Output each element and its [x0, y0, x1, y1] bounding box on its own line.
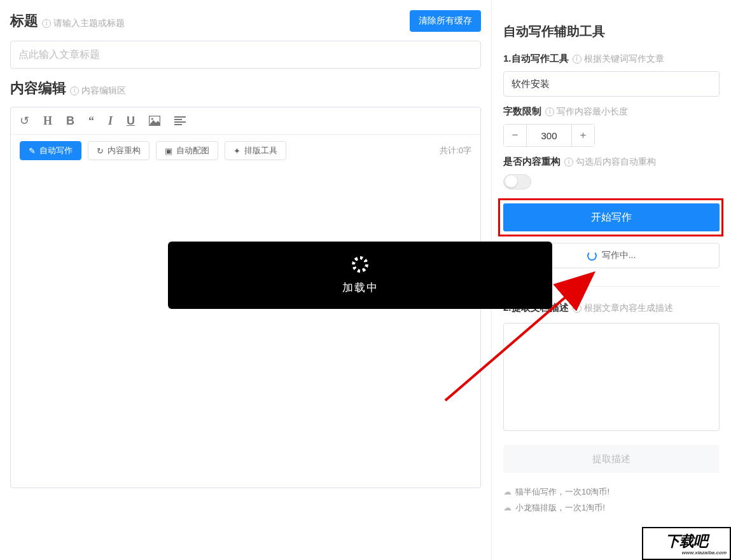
undo-icon[interactable]: ↺	[20, 114, 29, 128]
start-write-button[interactable]: 开始写作	[503, 203, 720, 231]
content-heading: 内容编辑	[10, 79, 66, 98]
info-icon: i	[42, 19, 51, 28]
bold-icon[interactable]: B	[66, 114, 74, 128]
info-icon: i	[70, 86, 79, 95]
stepper-value-input[interactable]	[527, 125, 571, 146]
loading-spinner-icon	[587, 251, 597, 261]
article-title-input[interactable]	[10, 41, 481, 69]
title-hint: i 请输入主题或标题	[42, 18, 125, 29]
format-toolbar: ↺ H B “ I U	[11, 107, 480, 135]
layout-tool-button[interactable]: ✦ 排版工具	[225, 141, 286, 160]
spinner-icon	[352, 256, 368, 273]
refresh-icon: ↻	[97, 146, 104, 156]
wordlimit-label: 字数限制	[503, 106, 541, 118]
info-icon: i	[545, 107, 554, 116]
tips-block: ☁猫半仙写作，一次10淘币! ☁小龙猫排版，一次1淘币!	[503, 484, 720, 516]
tool-icon: ✦	[233, 146, 240, 156]
word-count: 共计:0字	[440, 145, 471, 156]
quantity-stepper: − +	[503, 124, 595, 147]
extract-description-button[interactable]: 提取描述	[503, 445, 720, 473]
sec1-label: 1.自动写作工具	[503, 53, 569, 65]
auto-image-button[interactable]: ▣ 自动配图	[156, 141, 218, 160]
image-small-icon: ▣	[165, 146, 172, 156]
keyword-input[interactable]	[503, 71, 720, 97]
align-icon[interactable]	[174, 116, 186, 125]
cloud-icon: ☁	[503, 487, 512, 496]
action-toolbar: ✎ 自动写作 ↻ 内容重构 ▣ 自动配图 ✦ 排版工具 共计:0字	[11, 135, 480, 167]
description-textarea[interactable]	[503, 323, 720, 431]
quote-icon[interactable]: “	[88, 114, 94, 128]
info-icon: i	[564, 158, 573, 167]
underline-icon[interactable]: U	[127, 114, 135, 128]
svg-point-1	[151, 118, 153, 120]
info-icon: i	[573, 304, 581, 313]
italic-icon[interactable]: I	[108, 114, 113, 128]
auto-write-button[interactable]: ✎ 自动写作	[20, 141, 81, 160]
pencil-icon: ✎	[29, 146, 36, 156]
restructure-switch[interactable]	[503, 174, 531, 189]
watermark-logo: 下载吧 www.xiazaiba.com	[642, 527, 731, 560]
cloud-icon: ☁	[503, 503, 512, 512]
loading-text: 加载中	[342, 280, 379, 295]
content-hint: i 内容编辑区	[70, 85, 126, 97]
title-heading: 标题	[10, 11, 38, 31]
restructure-label: 是否内容重构	[503, 156, 560, 168]
sidebar-title: 自动写作辅助工具	[503, 23, 720, 40]
stepper-minus-button[interactable]: −	[504, 125, 527, 146]
stepper-plus-button[interactable]: +	[571, 125, 594, 146]
clear-cache-button[interactable]: 清除所有缓存	[410, 10, 481, 32]
info-icon: i	[573, 55, 581, 64]
loading-overlay: 加载中	[168, 242, 552, 309]
image-icon[interactable]	[149, 116, 160, 126]
heading-icon[interactable]: H	[43, 114, 52, 128]
restructure-button[interactable]: ↻ 内容重构	[88, 141, 150, 160]
